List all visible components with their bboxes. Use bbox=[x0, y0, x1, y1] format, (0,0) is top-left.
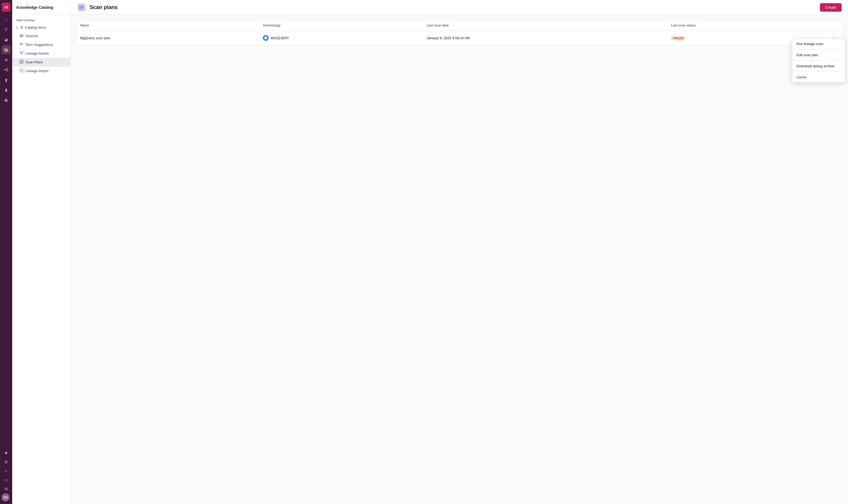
tech-label: BIGQUERY bbox=[271, 36, 289, 40]
svg-line-13 bbox=[20, 52, 21, 54]
sidebar-item-term-suggestions[interactable]: Term Suggestions bbox=[12, 40, 70, 49]
lineage-assets-icon bbox=[20, 51, 23, 56]
term-suggestions-icon bbox=[20, 42, 23, 47]
rail-icon-globe[interactable]: ◕ bbox=[2, 35, 11, 44]
row-technology: BIGQUERY bbox=[259, 31, 422, 45]
context-menu: Run lineage scan Edit scan plan Download… bbox=[792, 39, 845, 83]
rail-icon-home[interactable]: ⌂ bbox=[2, 15, 11, 24]
create-button[interactable]: Create bbox=[820, 3, 842, 12]
svg-rect-6 bbox=[20, 36, 23, 36]
rail-icon-report[interactable]: ■ bbox=[2, 448, 11, 457]
menu-divider bbox=[792, 49, 845, 50]
lineage-import-icon bbox=[20, 69, 23, 73]
svg-point-1 bbox=[7, 68, 8, 69]
icon-rail: OI ⌂ ⚲ ◕ 📚 ⊕ ▮ ▮ ◉ ■ ⚙ ✓ ▭ ✉ FB bbox=[0, 0, 12, 504]
page-title: Scan plans bbox=[90, 4, 817, 10]
chevron-right-icon: ▶ bbox=[16, 26, 19, 29]
sidebar: Knowledge Catalog Data Catalog ▶ ☰ Catal… bbox=[12, 0, 71, 504]
sidebar-section-data-catalog: Data Catalog bbox=[12, 15, 70, 23]
sidebar-item-lineage-assets[interactable]: Lineage Assets bbox=[12, 49, 70, 58]
scan-plans-icon bbox=[20, 60, 23, 65]
rail-icon-shield[interactable]: ▮ bbox=[2, 75, 11, 84]
col-name: Name bbox=[76, 20, 259, 31]
svg-line-3 bbox=[5, 69, 7, 69]
term-suggestions-label: Term Suggestions bbox=[25, 43, 53, 47]
row-last-scan-date: January 9, 2025 8:58:24 AM bbox=[422, 31, 667, 45]
rail-icon-grid[interactable]: ⊕ bbox=[2, 55, 11, 64]
svg-rect-11 bbox=[22, 51, 23, 52]
svg-rect-12 bbox=[21, 54, 22, 55]
sidebar-item-sources[interactable]: Sources bbox=[12, 32, 70, 40]
catalog-items-label: Catalog Items bbox=[25, 25, 46, 30]
rail-icon-settings[interactable]: ⚙ bbox=[2, 457, 11, 466]
scan-plans-table: Name Technology Last scan date Last scan… bbox=[76, 20, 843, 45]
menu-divider-2 bbox=[792, 60, 845, 61]
sidebar-item-icon: ☰ bbox=[20, 25, 23, 30]
svg-line-14 bbox=[21, 52, 22, 54]
lineage-assets-label: Lineage Assets bbox=[25, 51, 49, 55]
sources-icon bbox=[20, 34, 23, 38]
table-row: BigQuery scan plan BIGQUERY January 9, 2… bbox=[76, 31, 843, 45]
user-avatar[interactable]: FB bbox=[2, 493, 10, 501]
tech-icon bbox=[263, 35, 269, 41]
rail-icon-network[interactable] bbox=[2, 65, 11, 74]
scan-plans-table-container: Name Technology Last scan date Last scan… bbox=[76, 20, 843, 45]
status-badge: FAILED bbox=[671, 36, 686, 40]
lineage-import-label: Lineage Import bbox=[25, 69, 49, 73]
sidebar-item-lineage-import[interactable]: Lineage Import bbox=[12, 67, 70, 75]
svg-rect-10 bbox=[20, 51, 21, 52]
main-header: Scan plans Create bbox=[71, 0, 848, 15]
menu-item-run-lineage-scan[interactable]: Run lineage scan bbox=[792, 39, 845, 49]
rail-icon-layout[interactable]: ▭ bbox=[2, 475, 11, 484]
sidebar-title: Knowledge Catalog bbox=[12, 0, 70, 15]
row-actions: ⋮ Run lineage scan Edit scan plan Downlo… bbox=[825, 31, 843, 45]
rail-icon-book[interactable]: 📚 bbox=[2, 45, 11, 54]
col-last-scan-date: Last scan date bbox=[422, 20, 667, 31]
scan-plans-label: Scan Plans bbox=[25, 60, 43, 64]
rail-icon-check[interactable]: ✓ bbox=[2, 466, 11, 475]
svg-line-4 bbox=[5, 70, 7, 71]
sidebar-item-scan-plans[interactable]: Scan Plans bbox=[12, 58, 70, 67]
rail-icon-bell[interactable]: ✉ bbox=[2, 484, 11, 493]
rail-icon-search3[interactable]: ◉ bbox=[2, 95, 11, 104]
rail-icon-search[interactable]: ⚲ bbox=[2, 25, 11, 34]
svg-rect-7 bbox=[20, 37, 23, 37]
sidebar-item-catalog-items[interactable]: ▶ ☰ Catalog Items bbox=[12, 23, 70, 32]
page-icon bbox=[77, 3, 86, 12]
row-name: BigQuery scan plan bbox=[76, 31, 259, 45]
svg-rect-5 bbox=[20, 34, 23, 35]
menu-item-delete[interactable]: Delete bbox=[792, 72, 845, 82]
svg-point-0 bbox=[4, 69, 5, 70]
col-last-scan-status: Last scan status bbox=[667, 20, 825, 31]
app-logo: OI bbox=[2, 3, 11, 12]
col-technology: Technology bbox=[259, 20, 422, 31]
menu-item-edit-scan-plan[interactable]: Edit scan plan bbox=[792, 50, 845, 60]
main-content: Scan plans Create Name Technology Last s… bbox=[71, 0, 848, 504]
rail-icon-bar-chart[interactable]: ▮ bbox=[2, 85, 11, 94]
sources-label: Sources bbox=[25, 34, 38, 38]
svg-point-2 bbox=[7, 70, 8, 71]
menu-item-download-debug-archive[interactable]: Download debug archive bbox=[792, 61, 845, 71]
